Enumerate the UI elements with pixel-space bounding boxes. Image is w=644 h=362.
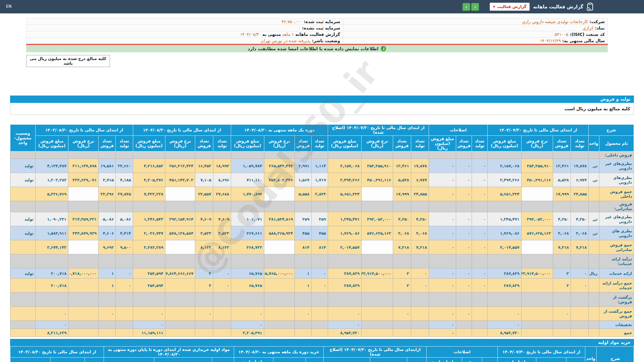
data-cell: ۰ [553,307,571,321]
data-cell [362,254,393,268]
data-cell [571,293,588,307]
data-cell: ۱ [295,268,311,279]
prev-period-button[interactable]: ‹ [463,3,470,11]
data-cell: ۵,۰۸۶ [99,212,116,226]
data-cell [411,254,429,268]
data-cell: ۰ [456,212,472,226]
data-cell: ۰ [472,226,488,240]
column-header: واحد [589,136,599,152]
column-group-header: خرید دوره یک ماهه منتهی به ۱۴۰۴/۰۸/۳۰ [234,347,324,358]
data-cell [264,187,295,201]
data-cell: ۲,۰۳۶,۷۴۷ [133,226,165,240]
language-toggle[interactable]: EN [6,4,12,9]
data-cell: ۰ [429,329,456,337]
data-cell [411,293,429,307]
data-cell: تولید [10,226,36,240]
data-cell: ۳,۱۵۷,۰۶۸ [328,159,361,173]
data-cell [411,321,429,329]
data-cell [521,293,553,307]
row-label-cell: جمع فروش صادراتی [599,240,634,254]
data-cell [99,254,116,268]
report-type-label: گزارش فعالیت [497,4,526,9]
report-type-dropdown[interactable]: گزارش فعالیت ▼ [490,3,530,11]
data-cell [10,201,36,212]
data-cell: ۲۶۷,۶۶۱ [231,226,264,240]
million-note-button[interactable]: کلیه مبالغ درج شده به میلیون ریال می باش… [26,55,110,67]
data-cell [116,152,133,159]
data-cell [35,152,68,159]
data-cell [472,307,488,321]
data-cell: ۱,۲۰۲,۲۸۲ [35,173,68,187]
data-cell: تن [589,173,599,187]
data-cell [10,293,36,307]
data-cell: ۲۰۰,۷۱۸ [35,279,68,293]
data-cell [165,279,195,293]
sales-table-body: فروش داخلی:بطري‌هاي غير داروييتن۱۷,۸۷۸۱۲… [10,152,634,337]
data-cell: ۳,۰۶۸ [571,226,588,240]
data-cell: ۳,۰۶۸ [393,226,411,240]
data-cell: ۲,۴۹۴,۲۶۶ [328,173,361,187]
data-cell: ۵,۵۳۸ [393,173,411,187]
data-cell: ۰ [571,279,588,293]
data-cell: ۰ [472,187,488,201]
data-cell [165,329,195,337]
data-cell [264,307,295,321]
data-cell [521,254,553,268]
data-cell: ۸,۱۳۲ [195,240,213,254]
info-value: ۵۴۱۰۰۵ [555,32,568,37]
data-cell [133,152,165,159]
data-cell: ۵,۶۵۱,۳۳۴ [488,187,521,201]
data-cell [521,307,553,321]
data-cell [165,254,195,268]
data-cell: ۱,۱۱۴ [311,159,328,173]
data-cell: ۱۷,۹۹۹ [553,187,571,201]
data-cell: ۳ [195,279,213,293]
column-header: نرخ (ریال) [536,358,567,362]
data-cell: ۸,۹۵۳,۷۲۰ [328,329,361,337]
data-cell [362,152,393,159]
data-cell [10,307,36,321]
column-group-header: از ابتدای سال مالی تا تاریخ ۱۴۰۴/۰۸/۳۰ [133,125,231,136]
data-cell: ۱۱۷,۸۶۴,۶۶۶,۶۶۷ [165,268,195,279]
data-cell: ۲۳,۶۶۰ [116,159,133,173]
data-cell [10,329,36,337]
column-header: نرخ فروش (ریال) [68,136,99,152]
info-label: کد صنعت (ISIC): [568,32,605,37]
data-cell: ۳۶۸,۷۳۲ [231,240,264,254]
data-cell [295,293,311,307]
data-cell: ۰ [456,279,472,293]
info-label: وضعیت ناشر: [311,38,340,43]
data-cell: ۴,۲۵۰ [411,212,429,226]
raw-materials-table: شرحواحداز ابتدای سال مالی تا تاریخ ۱۴۰۴/… [10,346,634,362]
data-cell [328,152,361,159]
info-label: منتهی به [261,32,281,37]
data-cell: ۰ [133,307,165,321]
data-cell [68,329,99,337]
column-group-header: اصلاحات [426,347,497,358]
data-cell [362,307,393,321]
info-label: نماد: [593,25,605,31]
data-cell: ۰ [472,212,488,226]
data-cell: ۳,۹۹۱ [295,159,311,173]
section-bar-raw-materials: خرید مواد اولیه [10,339,634,346]
data-cell [195,293,213,307]
column-header: نرخ (ریال) [154,358,212,362]
row-label-cell: بطري‌هاي غير دارويي [599,212,634,226]
info-row: شرکت: کارخانجات توليدي شيشه دارويي رازي … [26,18,608,25]
data-cell [472,201,488,212]
data-cell: ۳,۵۲۳ [195,226,213,240]
data-cell: ۲۷,۶۸۸ [213,187,231,201]
data-cell: ۱,۵۶۷ [295,173,311,187]
data-cell [362,201,393,212]
data-cell: ۲۵۳,۳۵۵,۹۱۰ [362,159,393,173]
column-header: نرخ (ریال) [370,358,407,362]
data-cell [116,201,133,212]
data-cell: ۰ [231,307,264,321]
table-row: تخفیفات۰۰۰۰۰۰ [10,321,634,329]
data-cell: ۰ [429,307,456,321]
data-cell: ۴۵۵ [311,226,328,240]
row-label-cell: درآمد ارائه خدمات: [599,254,634,268]
data-cell [213,321,231,329]
next-period-button[interactable]: › [471,3,479,11]
data-cell [99,293,116,307]
